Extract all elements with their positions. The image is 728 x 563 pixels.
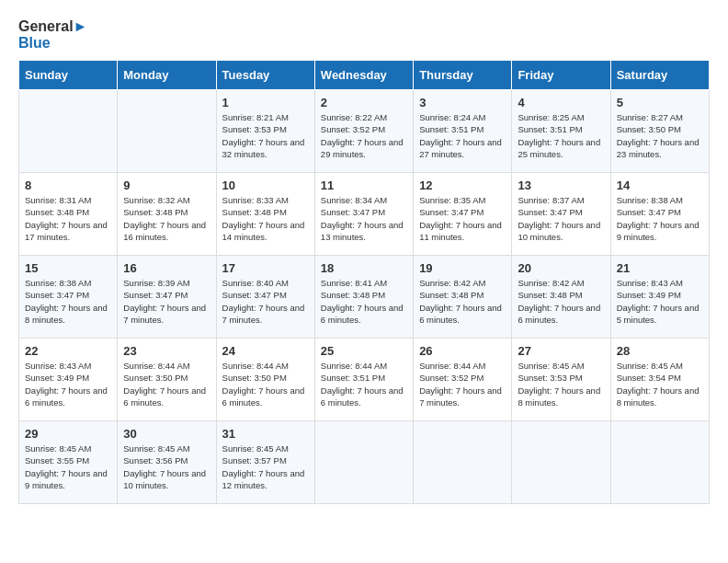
day-number: 9 [123, 178, 210, 192]
day-info: Sunrise: 8:45 AMSunset: 3:56 PMDaylight:… [123, 442, 210, 491]
logo-line1: General► [18, 18, 87, 35]
calendar-cell: 29Sunrise: 8:45 AMSunset: 3:55 PMDayligh… [19, 421, 118, 504]
day-number: 20 [518, 261, 604, 275]
calendar-cell: 25Sunrise: 8:44 AMSunset: 3:51 PMDayligh… [314, 339, 413, 421]
header-day-monday: Monday [118, 61, 216, 90]
day-number: 8 [25, 178, 111, 192]
calendar-cell: 16Sunrise: 8:39 AMSunset: 3:47 PMDayligh… [118, 256, 216, 339]
day-info: Sunrise: 8:45 AMSunset: 3:55 PMDaylight:… [25, 442, 111, 491]
calendar-cell: 12Sunrise: 8:35 AMSunset: 3:47 PMDayligh… [414, 173, 512, 256]
day-number: 27 [518, 344, 604, 358]
day-info: Sunrise: 8:37 AMSunset: 3:47 PMDaylight:… [518, 194, 604, 243]
day-info: Sunrise: 8:40 AMSunset: 3:47 PMDaylight:… [222, 277, 309, 326]
day-info: Sunrise: 8:44 AMSunset: 3:50 PMDaylight:… [222, 360, 309, 408]
calendar-cell: 27Sunrise: 8:45 AMSunset: 3:53 PMDayligh… [512, 339, 610, 421]
calendar-cell: 21Sunrise: 8:43 AMSunset: 3:49 PMDayligh… [610, 256, 709, 339]
day-info: Sunrise: 8:31 AMSunset: 3:48 PMDaylight:… [25, 194, 111, 243]
calendar-cell [118, 90, 216, 173]
calendar-week-row: 15Sunrise: 8:38 AMSunset: 3:47 PMDayligh… [19, 256, 710, 339]
day-info: Sunrise: 8:32 AMSunset: 3:48 PMDaylight:… [123, 194, 210, 243]
calendar-cell: 4Sunrise: 8:25 AMSunset: 3:51 PMDaylight… [512, 90, 610, 173]
day-info: Sunrise: 8:24 AMSunset: 3:51 PMDaylight:… [419, 111, 506, 160]
header-day-friday: Friday [512, 61, 610, 90]
day-info: Sunrise: 8:22 AMSunset: 3:52 PMDaylight:… [321, 111, 407, 160]
day-number: 12 [419, 178, 506, 192]
day-number: 16 [123, 261, 210, 275]
day-number: 18 [321, 261, 407, 275]
day-info: Sunrise: 8:44 AMSunset: 3:51 PMDaylight:… [321, 360, 407, 408]
calendar-cell: 18Sunrise: 8:41 AMSunset: 3:48 PMDayligh… [314, 256, 413, 339]
calendar-cell: 14Sunrise: 8:38 AMSunset: 3:47 PMDayligh… [610, 173, 709, 256]
calendar-cell [19, 90, 118, 173]
day-info: Sunrise: 8:44 AMSunset: 3:50 PMDaylight:… [123, 360, 210, 408]
day-number: 30 [123, 427, 210, 441]
day-info: Sunrise: 8:33 AMSunset: 3:48 PMDaylight:… [222, 194, 309, 243]
day-info: Sunrise: 8:38 AMSunset: 3:47 PMDaylight:… [25, 277, 111, 326]
day-info: Sunrise: 8:42 AMSunset: 3:48 PMDaylight:… [518, 277, 604, 326]
day-number: 19 [419, 261, 506, 275]
day-info: Sunrise: 8:38 AMSunset: 3:47 PMDaylight:… [617, 194, 703, 243]
header-day-thursday: Thursday [414, 61, 512, 90]
calendar-cell: 31Sunrise: 8:45 AMSunset: 3:57 PMDayligh… [216, 421, 314, 504]
calendar-cell: 10Sunrise: 8:33 AMSunset: 3:48 PMDayligh… [216, 173, 314, 256]
calendar-cell: 1Sunrise: 8:21 AMSunset: 3:53 PMDaylight… [216, 90, 314, 173]
day-number: 23 [123, 344, 210, 358]
day-number: 15 [25, 261, 111, 275]
day-info: Sunrise: 8:35 AMSunset: 3:47 PMDaylight:… [419, 194, 506, 243]
day-number: 13 [518, 178, 604, 192]
day-number: 11 [321, 178, 407, 192]
day-info: Sunrise: 8:43 AMSunset: 3:49 PMDaylight:… [25, 360, 111, 408]
calendar-cell [314, 421, 413, 504]
day-info: Sunrise: 8:39 AMSunset: 3:47 PMDaylight:… [123, 277, 210, 326]
calendar-table: SundayMondayTuesdayWednesdayThursdayFrid… [18, 60, 710, 504]
day-info: Sunrise: 8:43 AMSunset: 3:49 PMDaylight:… [617, 277, 703, 326]
calendar-cell [512, 421, 610, 504]
day-number: 29 [25, 427, 111, 441]
header-day-saturday: Saturday [610, 61, 709, 90]
calendar-cell [414, 421, 512, 504]
calendar-cell: 17Sunrise: 8:40 AMSunset: 3:47 PMDayligh… [216, 256, 314, 339]
logo: General► Blue [18, 18, 87, 51]
calendar-cell: 15Sunrise: 8:38 AMSunset: 3:47 PMDayligh… [19, 256, 118, 339]
calendar-cell: 19Sunrise: 8:42 AMSunset: 3:48 PMDayligh… [414, 256, 512, 339]
day-number: 2 [321, 96, 407, 109]
day-info: Sunrise: 8:44 AMSunset: 3:52 PMDaylight:… [419, 360, 506, 408]
calendar-cell: 28Sunrise: 8:45 AMSunset: 3:54 PMDayligh… [610, 339, 709, 421]
day-number: 21 [617, 261, 703, 275]
calendar-body: 1Sunrise: 8:21 AMSunset: 3:53 PMDaylight… [19, 90, 710, 504]
day-number: 25 [321, 344, 407, 358]
day-number: 10 [222, 178, 309, 192]
day-info: Sunrise: 8:42 AMSunset: 3:48 PMDaylight:… [419, 277, 506, 326]
day-number: 22 [25, 344, 111, 358]
calendar-cell: 2Sunrise: 8:22 AMSunset: 3:52 PMDaylight… [314, 90, 413, 173]
calendar-cell: 11Sunrise: 8:34 AMSunset: 3:47 PMDayligh… [314, 173, 413, 256]
calendar-cell [610, 421, 709, 504]
calendar-cell: 3Sunrise: 8:24 AMSunset: 3:51 PMDaylight… [414, 90, 512, 173]
day-number: 4 [518, 96, 604, 109]
calendar-cell: 24Sunrise: 8:44 AMSunset: 3:50 PMDayligh… [216, 339, 314, 421]
calendar-week-row: 29Sunrise: 8:45 AMSunset: 3:55 PMDayligh… [19, 421, 710, 504]
day-number: 17 [222, 261, 309, 275]
calendar-cell: 8Sunrise: 8:31 AMSunset: 3:48 PMDaylight… [19, 173, 118, 256]
header-day-tuesday: Tuesday [216, 61, 314, 90]
calendar-cell: 23Sunrise: 8:44 AMSunset: 3:50 PMDayligh… [118, 339, 216, 421]
day-info: Sunrise: 8:45 AMSunset: 3:54 PMDaylight:… [617, 360, 703, 408]
day-number: 14 [617, 178, 703, 192]
calendar-week-row: 1Sunrise: 8:21 AMSunset: 3:53 PMDaylight… [19, 90, 710, 173]
day-info: Sunrise: 8:21 AMSunset: 3:53 PMDaylight:… [222, 111, 309, 160]
calendar-cell: 30Sunrise: 8:45 AMSunset: 3:56 PMDayligh… [118, 421, 216, 504]
day-info: Sunrise: 8:41 AMSunset: 3:48 PMDaylight:… [321, 277, 407, 326]
page-header: General► Blue [18, 18, 710, 51]
day-number: 24 [222, 344, 309, 358]
logo-line2: Blue [18, 35, 87, 52]
calendar-cell: 13Sunrise: 8:37 AMSunset: 3:47 PMDayligh… [512, 173, 610, 256]
header-day-sunday: Sunday [19, 61, 118, 90]
day-info: Sunrise: 8:27 AMSunset: 3:50 PMDaylight:… [617, 111, 703, 160]
calendar-cell: 20Sunrise: 8:42 AMSunset: 3:48 PMDayligh… [512, 256, 610, 339]
calendar-header-row: SundayMondayTuesdayWednesdayThursdayFrid… [19, 61, 710, 90]
day-number: 28 [617, 344, 703, 358]
calendar-week-row: 22Sunrise: 8:43 AMSunset: 3:49 PMDayligh… [19, 339, 710, 421]
day-number: 26 [419, 344, 506, 358]
day-info: Sunrise: 8:45 AMSunset: 3:57 PMDaylight:… [222, 442, 309, 491]
logo-container: General► Blue [18, 18, 87, 51]
